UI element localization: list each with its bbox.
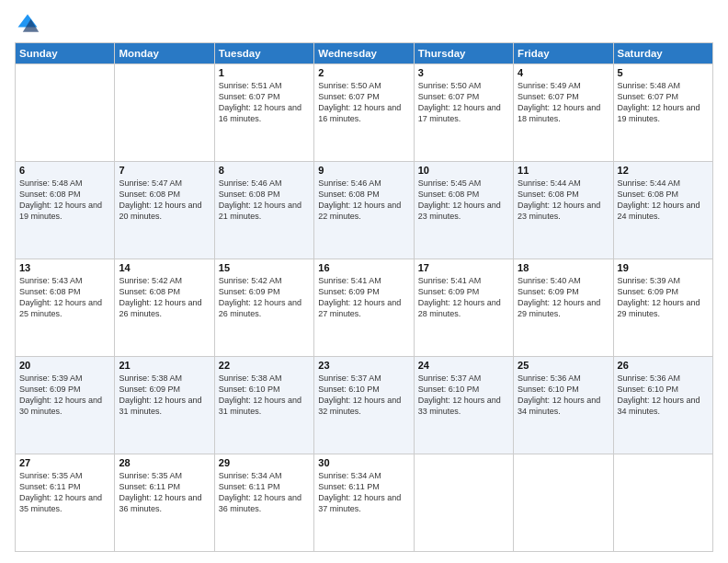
calendar-cell: 4Sunrise: 5:49 AM Sunset: 6:07 PM Daylig… xyxy=(514,64,613,162)
day-header-saturday: Saturday xyxy=(613,43,712,64)
calendar-cell: 24Sunrise: 5:37 AM Sunset: 6:10 PM Dayli… xyxy=(414,357,513,454)
calendar-cell: 7Sunrise: 5:47 AM Sunset: 6:08 PM Daylig… xyxy=(115,162,214,259)
day-number: 21 xyxy=(119,360,210,371)
calendar-cell: 2Sunrise: 5:50 AM Sunset: 6:07 PM Daylig… xyxy=(314,64,414,162)
day-number: 13 xyxy=(19,262,110,273)
calendar-cell xyxy=(514,454,613,552)
day-header-sunday: Sunday xyxy=(16,43,115,64)
calendar-week-2: 6Sunrise: 5:48 AM Sunset: 6:08 PM Daylig… xyxy=(16,162,713,259)
day-number: 11 xyxy=(518,165,609,176)
day-number: 26 xyxy=(618,360,709,371)
day-info: Sunrise: 5:35 AM Sunset: 6:11 PM Dayligh… xyxy=(19,470,110,515)
day-info: Sunrise: 5:39 AM Sunset: 6:09 PM Dayligh… xyxy=(618,275,709,320)
calendar-cell: 23Sunrise: 5:37 AM Sunset: 6:10 PM Dayli… xyxy=(314,357,414,454)
calendar-cell: 21Sunrise: 5:38 AM Sunset: 6:09 PM Dayli… xyxy=(115,357,214,454)
day-header-thursday: Thursday xyxy=(414,43,513,64)
day-number: 24 xyxy=(418,360,509,371)
day-info: Sunrise: 5:43 AM Sunset: 6:08 PM Dayligh… xyxy=(19,275,110,320)
calendar-week-5: 27Sunrise: 5:35 AM Sunset: 6:11 PM Dayli… xyxy=(16,454,713,552)
calendar-week-3: 13Sunrise: 5:43 AM Sunset: 6:08 PM Dayli… xyxy=(16,259,713,357)
calendar-cell: 5Sunrise: 5:48 AM Sunset: 6:07 PM Daylig… xyxy=(613,64,712,162)
day-info: Sunrise: 5:48 AM Sunset: 6:07 PM Dayligh… xyxy=(618,80,709,125)
calendar-cell: 13Sunrise: 5:43 AM Sunset: 6:08 PM Dayli… xyxy=(16,259,115,357)
calendar-cell: 20Sunrise: 5:39 AM Sunset: 6:09 PM Dayli… xyxy=(16,357,115,454)
day-info: Sunrise: 5:38 AM Sunset: 6:09 PM Dayligh… xyxy=(119,373,210,418)
day-info: Sunrise: 5:41 AM Sunset: 6:09 PM Dayligh… xyxy=(318,275,409,320)
day-number: 14 xyxy=(119,262,210,273)
logo-icon xyxy=(15,11,40,37)
calendar-cell: 27Sunrise: 5:35 AM Sunset: 6:11 PM Dayli… xyxy=(16,454,115,552)
day-number: 4 xyxy=(518,67,609,78)
day-info: Sunrise: 5:38 AM Sunset: 6:10 PM Dayligh… xyxy=(219,373,310,418)
calendar-cell: 3Sunrise: 5:50 AM Sunset: 6:07 PM Daylig… xyxy=(414,64,513,162)
day-info: Sunrise: 5:46 AM Sunset: 6:08 PM Dayligh… xyxy=(219,178,310,223)
day-number: 10 xyxy=(418,165,509,176)
day-info: Sunrise: 5:36 AM Sunset: 6:10 PM Dayligh… xyxy=(618,373,709,418)
day-number: 1 xyxy=(219,67,310,78)
calendar-cell: 18Sunrise: 5:40 AM Sunset: 6:09 PM Dayli… xyxy=(514,259,613,357)
calendar-cell: 19Sunrise: 5:39 AM Sunset: 6:09 PM Dayli… xyxy=(613,259,712,357)
header xyxy=(15,11,713,37)
day-number: 28 xyxy=(119,457,210,468)
day-number: 8 xyxy=(219,165,310,176)
day-number: 16 xyxy=(318,262,409,273)
day-info: Sunrise: 5:46 AM Sunset: 6:08 PM Dayligh… xyxy=(318,178,409,223)
calendar-cell: 10Sunrise: 5:45 AM Sunset: 6:08 PM Dayli… xyxy=(414,162,513,259)
calendar-cell: 8Sunrise: 5:46 AM Sunset: 6:08 PM Daylig… xyxy=(214,162,313,259)
calendar-cell: 6Sunrise: 5:48 AM Sunset: 6:08 PM Daylig… xyxy=(16,162,115,259)
day-info: Sunrise: 5:36 AM Sunset: 6:10 PM Dayligh… xyxy=(518,373,609,418)
day-info: Sunrise: 5:50 AM Sunset: 6:07 PM Dayligh… xyxy=(418,80,509,125)
calendar-cell: 30Sunrise: 5:34 AM Sunset: 6:11 PM Dayli… xyxy=(314,454,414,552)
calendar-cell: 28Sunrise: 5:35 AM Sunset: 6:11 PM Dayli… xyxy=(115,454,214,552)
calendar-cell xyxy=(414,454,513,552)
day-number: 22 xyxy=(219,360,310,371)
day-info: Sunrise: 5:40 AM Sunset: 6:09 PM Dayligh… xyxy=(518,275,609,320)
day-number: 12 xyxy=(618,165,709,176)
calendar-cell: 9Sunrise: 5:46 AM Sunset: 6:08 PM Daylig… xyxy=(314,162,414,259)
calendar-cell xyxy=(16,64,115,162)
calendar-cell: 29Sunrise: 5:34 AM Sunset: 6:11 PM Dayli… xyxy=(214,454,313,552)
calendar-cell xyxy=(613,454,712,552)
day-number: 15 xyxy=(219,262,310,273)
calendar-week-4: 20Sunrise: 5:39 AM Sunset: 6:09 PM Dayli… xyxy=(16,357,713,454)
day-header-friday: Friday xyxy=(514,43,613,64)
day-info: Sunrise: 5:34 AM Sunset: 6:11 PM Dayligh… xyxy=(219,470,310,515)
day-info: Sunrise: 5:34 AM Sunset: 6:11 PM Dayligh… xyxy=(318,470,409,515)
calendar-cell: 16Sunrise: 5:41 AM Sunset: 6:09 PM Dayli… xyxy=(314,259,414,357)
calendar-cell: 11Sunrise: 5:44 AM Sunset: 6:08 PM Dayli… xyxy=(514,162,613,259)
calendar-cell xyxy=(115,64,214,162)
day-info: Sunrise: 5:49 AM Sunset: 6:07 PM Dayligh… xyxy=(518,80,609,125)
day-number: 19 xyxy=(618,262,709,273)
day-info: Sunrise: 5:48 AM Sunset: 6:08 PM Dayligh… xyxy=(19,178,110,223)
calendar-cell: 26Sunrise: 5:36 AM Sunset: 6:10 PM Dayli… xyxy=(613,357,712,454)
calendar-cell: 22Sunrise: 5:38 AM Sunset: 6:10 PM Dayli… xyxy=(214,357,313,454)
calendar: SundayMondayTuesdayWednesdayThursdayFrid… xyxy=(15,42,713,552)
day-number: 17 xyxy=(418,262,509,273)
day-info: Sunrise: 5:39 AM Sunset: 6:09 PM Dayligh… xyxy=(19,373,110,418)
calendar-cell: 12Sunrise: 5:44 AM Sunset: 6:08 PM Dayli… xyxy=(613,162,712,259)
day-info: Sunrise: 5:37 AM Sunset: 6:10 PM Dayligh… xyxy=(318,373,409,418)
calendar-cell: 15Sunrise: 5:42 AM Sunset: 6:09 PM Dayli… xyxy=(214,259,313,357)
day-info: Sunrise: 5:44 AM Sunset: 6:08 PM Dayligh… xyxy=(618,178,709,223)
calendar-cell: 14Sunrise: 5:42 AM Sunset: 6:08 PM Dayli… xyxy=(115,259,214,357)
day-info: Sunrise: 5:45 AM Sunset: 6:08 PM Dayligh… xyxy=(418,178,509,223)
day-number: 2 xyxy=(318,67,409,78)
day-number: 23 xyxy=(318,360,409,371)
calendar-cell: 25Sunrise: 5:36 AM Sunset: 6:10 PM Dayli… xyxy=(514,357,613,454)
day-number: 9 xyxy=(318,165,409,176)
page: SundayMondayTuesdayWednesdayThursdayFrid… xyxy=(0,0,728,563)
day-header-wednesday: Wednesday xyxy=(314,43,414,64)
day-number: 5 xyxy=(618,67,709,78)
day-number: 30 xyxy=(318,457,409,468)
day-info: Sunrise: 5:44 AM Sunset: 6:08 PM Dayligh… xyxy=(518,178,609,223)
day-header-monday: Monday xyxy=(115,43,214,64)
day-info: Sunrise: 5:37 AM Sunset: 6:10 PM Dayligh… xyxy=(418,373,509,418)
calendar-header-row: SundayMondayTuesdayWednesdayThursdayFrid… xyxy=(16,43,713,64)
day-info: Sunrise: 5:41 AM Sunset: 6:09 PM Dayligh… xyxy=(418,275,509,320)
day-info: Sunrise: 5:47 AM Sunset: 6:08 PM Dayligh… xyxy=(119,178,210,223)
day-number: 18 xyxy=(518,262,609,273)
day-number: 29 xyxy=(219,457,310,468)
day-info: Sunrise: 5:42 AM Sunset: 6:08 PM Dayligh… xyxy=(119,275,210,320)
day-number: 20 xyxy=(19,360,110,371)
day-number: 6 xyxy=(19,165,110,176)
